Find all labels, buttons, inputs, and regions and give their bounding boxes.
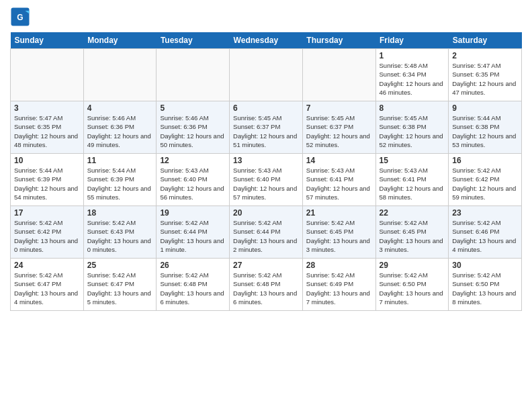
day-info: Sunrise: 5:43 AM Sunset: 6:40 PM Dayligh…	[160, 166, 226, 201]
calendar-header-row: Sunday Monday Tuesday Wednesday Thursday…	[11, 32, 522, 49]
sunrise-label: Sunrise: 5:43 AM	[306, 167, 355, 174]
sunset-label: Sunset: 6:45 PM	[380, 228, 427, 235]
sunrise-label: Sunrise: 5:42 AM	[452, 271, 500, 279]
daylight-label: Daylight: 13 hours and 4 minutes.	[14, 289, 78, 306]
sunrise-label: Sunrise: 5:46 AM	[160, 114, 208, 122]
daylight-label: Daylight: 12 hours and 57 minutes.	[306, 185, 370, 201]
day-number: 4	[87, 103, 153, 113]
col-tuesday: Tuesday	[157, 32, 230, 49]
daylight-label: Daylight: 12 hours and 59 minutes.	[452, 185, 516, 201]
day-info: Sunrise: 5:46 AM Sunset: 6:36 PM Dayligh…	[87, 113, 153, 149]
col-saturday: Saturday	[449, 32, 522, 49]
sunrise-label: Sunrise: 5:44 AM	[14, 167, 62, 174]
sunrise-label: Sunrise: 5:42 AM	[452, 167, 500, 174]
sunset-label: Sunset: 6:44 PM	[233, 228, 280, 235]
day-info: Sunrise: 5:42 AM Sunset: 6:42 PM Dayligh…	[14, 218, 80, 254]
daylight-label: Daylight: 12 hours and 52 minutes.	[380, 132, 443, 148]
day-number: 17	[14, 208, 80, 218]
day-info: Sunrise: 5:48 AM Sunset: 6:34 PM Dayligh…	[380, 61, 445, 97]
day-info: Sunrise: 5:44 AM Sunset: 6:38 PM Dayligh…	[452, 113, 518, 149]
calendar-cell: 27 Sunrise: 5:42 AM Sunset: 6:48 PM Dayl…	[230, 259, 303, 311]
daylight-label: Daylight: 12 hours and 53 minutes.	[452, 132, 516, 148]
sunset-label: Sunset: 6:48 PM	[160, 280, 207, 287]
calendar-cell: 20 Sunrise: 5:42 AM Sunset: 6:44 PM Dayl…	[230, 206, 303, 259]
daylight-label: Daylight: 13 hours and 1 minute.	[160, 237, 224, 253]
sunrise-label: Sunrise: 5:45 AM	[306, 114, 355, 122]
day-info: Sunrise: 5:43 AM Sunset: 6:41 PM Dayligh…	[306, 166, 372, 201]
col-wednesday: Wednesday	[230, 32, 303, 49]
calendar-cell: 13 Sunrise: 5:43 AM Sunset: 6:40 PM Dayl…	[230, 154, 303, 206]
sunset-label: Sunset: 6:50 PM	[452, 280, 499, 287]
sunset-label: Sunset: 6:44 PM	[160, 228, 207, 235]
calendar-cell: 30 Sunrise: 5:42 AM Sunset: 6:50 PM Dayl…	[449, 259, 522, 311]
day-number: 12	[160, 156, 226, 165]
sunset-label: Sunset: 6:41 PM	[306, 175, 353, 183]
day-info: Sunrise: 5:43 AM Sunset: 6:41 PM Dayligh…	[380, 166, 445, 201]
day-number: 20	[233, 208, 299, 218]
calendar-cell: 19 Sunrise: 5:42 AM Sunset: 6:44 PM Dayl…	[157, 206, 230, 259]
day-number: 23	[452, 208, 518, 218]
calendar-cell: 17 Sunrise: 5:42 AM Sunset: 6:42 PM Dayl…	[11, 206, 84, 259]
day-number: 6	[233, 103, 299, 113]
day-info: Sunrise: 5:42 AM Sunset: 6:47 PM Dayligh…	[87, 271, 153, 306]
calendar-cell: 12 Sunrise: 5:43 AM Sunset: 6:40 PM Dayl…	[157, 154, 230, 206]
header: G	[10, 7, 522, 27]
day-info: Sunrise: 5:42 AM Sunset: 6:45 PM Dayligh…	[306, 218, 372, 254]
sunrise-label: Sunrise: 5:43 AM	[160, 167, 208, 174]
sunset-label: Sunset: 6:42 PM	[452, 175, 499, 183]
sunset-label: Sunset: 6:40 PM	[160, 175, 207, 183]
day-number: 28	[306, 261, 372, 270]
day-number: 9	[452, 103, 518, 113]
sunrise-label: Sunrise: 5:42 AM	[160, 271, 208, 279]
day-info: Sunrise: 5:42 AM Sunset: 6:44 PM Dayligh…	[233, 218, 299, 254]
calendar-cell: 25 Sunrise: 5:42 AM Sunset: 6:47 PM Dayl…	[83, 259, 157, 311]
day-info: Sunrise: 5:42 AM Sunset: 6:50 PM Dayligh…	[380, 271, 445, 306]
daylight-label: Daylight: 13 hours and 0 minutes.	[14, 237, 78, 253]
sunrise-label: Sunrise: 5:47 AM	[452, 62, 500, 69]
day-info: Sunrise: 5:42 AM Sunset: 6:43 PM Dayligh…	[87, 218, 153, 254]
sunrise-label: Sunrise: 5:42 AM	[160, 219, 208, 226]
daylight-label: Daylight: 12 hours and 52 minutes.	[306, 132, 370, 148]
day-number: 19	[160, 208, 226, 218]
sunset-label: Sunset: 6:37 PM	[233, 123, 280, 130]
day-number: 7	[306, 103, 372, 113]
col-thursday: Thursday	[302, 32, 375, 49]
sunset-label: Sunset: 6:35 PM	[14, 123, 61, 130]
day-info: Sunrise: 5:42 AM Sunset: 6:46 PM Dayligh…	[452, 218, 518, 254]
day-number: 22	[380, 208, 445, 218]
calendar-cell: 14 Sunrise: 5:43 AM Sunset: 6:41 PM Dayl…	[302, 154, 375, 206]
calendar-cell: 16 Sunrise: 5:42 AM Sunset: 6:42 PM Dayl…	[449, 154, 522, 206]
day-number: 13	[233, 156, 299, 165]
day-info: Sunrise: 5:47 AM Sunset: 6:35 PM Dayligh…	[14, 113, 80, 149]
day-number: 5	[160, 103, 226, 113]
daylight-label: Daylight: 12 hours and 56 minutes.	[160, 185, 224, 201]
day-number: 11	[87, 156, 153, 165]
sunrise-label: Sunrise: 5:42 AM	[14, 271, 62, 279]
sunset-label: Sunset: 6:47 PM	[87, 280, 134, 287]
sunrise-label: Sunrise: 5:42 AM	[380, 271, 428, 279]
sunrise-label: Sunrise: 5:44 AM	[87, 167, 136, 174]
daylight-label: Daylight: 13 hours and 6 minutes.	[160, 289, 224, 306]
sunset-label: Sunset: 6:47 PM	[14, 280, 61, 287]
sunrise-label: Sunrise: 5:42 AM	[87, 271, 136, 279]
day-info: Sunrise: 5:42 AM Sunset: 6:42 PM Dayligh…	[452, 166, 518, 201]
calendar-cell: 2 Sunrise: 5:47 AM Sunset: 6:35 PM Dayli…	[449, 49, 522, 101]
calendar-week-1: 1 Sunrise: 5:48 AM Sunset: 6:34 PM Dayli…	[11, 49, 522, 101]
daylight-label: Daylight: 12 hours and 55 minutes.	[87, 185, 151, 201]
sunrise-label: Sunrise: 5:48 AM	[380, 62, 428, 69]
day-info: Sunrise: 5:44 AM Sunset: 6:39 PM Dayligh…	[87, 166, 153, 201]
daylight-label: Daylight: 12 hours and 58 minutes.	[380, 185, 443, 201]
col-sunday: Sunday	[11, 32, 84, 49]
daylight-label: Daylight: 13 hours and 7 minutes.	[380, 289, 443, 306]
calendar-cell: 5 Sunrise: 5:46 AM Sunset: 6:36 PM Dayli…	[157, 101, 230, 154]
day-number: 8	[380, 103, 445, 113]
daylight-label: Daylight: 13 hours and 6 minutes.	[233, 289, 297, 306]
sunrise-label: Sunrise: 5:42 AM	[87, 219, 136, 226]
svg-text:G: G	[17, 13, 23, 22]
day-info: Sunrise: 5:42 AM Sunset: 6:48 PM Dayligh…	[160, 271, 226, 306]
logo: G	[10, 7, 33, 27]
daylight-label: Daylight: 12 hours and 50 minutes.	[160, 132, 224, 148]
calendar-cell	[157, 49, 230, 101]
daylight-label: Daylight: 13 hours and 4 minutes.	[452, 237, 516, 253]
day-number: 27	[233, 261, 299, 270]
